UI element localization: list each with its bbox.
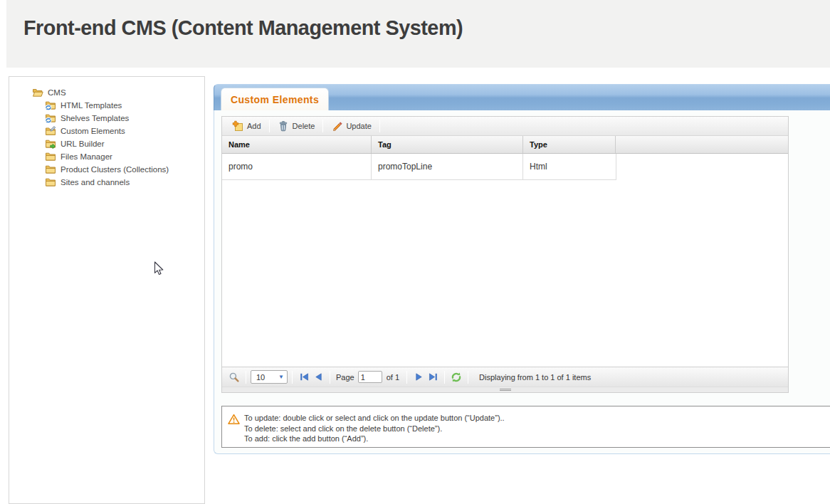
pagination-separator xyxy=(330,371,330,384)
column-header-name[interactable]: Name xyxy=(222,136,372,153)
page-size-select[interactable]: 10 ▼ xyxy=(251,370,288,384)
cell-type: Html xyxy=(523,154,616,179)
warning-icon xyxy=(228,414,240,428)
add-icon xyxy=(232,120,243,132)
pagination-separator xyxy=(444,371,445,384)
help-line-add: To add: click the add button (“Add”). xyxy=(244,434,505,444)
refresh-icon[interactable] xyxy=(450,371,463,384)
pagination-separator xyxy=(292,371,293,384)
pagination-separator xyxy=(246,371,246,384)
folder-open-icon xyxy=(32,87,43,98)
page-size-value: 10 xyxy=(256,373,265,382)
toolbar-separator xyxy=(269,120,270,132)
sidebar-item-label: Files Manager xyxy=(61,152,112,161)
sidebar-item-shelves-templates[interactable]: Shelves Templates xyxy=(22,112,204,125)
update-button-label: Update xyxy=(346,122,371,130)
delete-button[interactable]: Delete xyxy=(271,118,322,134)
cell-name: promo xyxy=(222,154,372,179)
grid-body: promo promoTopLine Html xyxy=(222,154,788,367)
column-header-tag[interactable]: Tag xyxy=(372,136,523,153)
folder-icon xyxy=(45,164,56,175)
chevron-down-icon: ▼ xyxy=(278,374,284,380)
grid-header-row: Name Tag Type xyxy=(222,136,788,154)
column-header-type[interactable]: Type xyxy=(523,136,616,153)
panel-body: Add Delete xyxy=(214,110,830,454)
sidebar-item-label: Product Clusters (Collections) xyxy=(61,165,169,174)
sidebar-item-label: Custom Elements xyxy=(61,127,125,135)
next-page-button[interactable] xyxy=(412,371,425,384)
last-page-button[interactable] xyxy=(426,371,439,384)
prev-page-button[interactable] xyxy=(312,371,325,384)
sidebar-item-label: URL Builder xyxy=(61,140,105,148)
cell-tag: promoTopLine xyxy=(372,154,523,179)
folder-edit-icon xyxy=(45,125,56,137)
column-header-filler xyxy=(616,136,788,153)
pencil-icon xyxy=(331,120,342,132)
search-icon[interactable] xyxy=(228,371,241,384)
toolbar-separator xyxy=(379,120,380,132)
add-button[interactable]: Add xyxy=(226,118,268,134)
pagination-separator xyxy=(406,371,407,384)
app-header: Front-end CMS (Content Management System… xyxy=(6,0,830,68)
tab-bar: Custom Elements xyxy=(214,84,830,110)
sidebar-item-product-clusters[interactable]: Product Clusters (Collections) xyxy=(22,163,204,176)
folder-icon xyxy=(45,151,56,162)
add-button-label: Add xyxy=(247,122,261,130)
help-box: To update: double click or select and cl… xyxy=(221,406,830,448)
status-text: Displaying from 1 to 1 of 1 items xyxy=(479,373,591,382)
sidebar-item-label: HTML Templates xyxy=(61,101,122,110)
help-line-delete: To delete: select and click on the delet… xyxy=(244,424,505,434)
sidebar-item-url-builder[interactable]: URL Builder xyxy=(22,137,204,150)
sidebar-item-cms[interactable]: CMS xyxy=(22,86,204,99)
sidebar-tree-panel: CMS HTML Templates xyxy=(9,76,205,504)
delete-button-label: Delete xyxy=(293,122,315,130)
folder-sync-icon xyxy=(45,112,56,124)
grid-resize-handle[interactable] xyxy=(222,387,788,392)
sidebar-item-custom-elements[interactable]: Custom Elements xyxy=(22,125,204,137)
help-line-update: To update: double click or select and cl… xyxy=(244,413,505,424)
page-number-input[interactable] xyxy=(358,371,382,383)
sidebar-item-label: CMS xyxy=(48,88,66,97)
toolbar-separator xyxy=(322,120,323,132)
folder-icon xyxy=(45,177,56,188)
sidebar-item-sites-and-channels[interactable]: Sites and channels xyxy=(22,176,204,189)
tab-custom-elements[interactable]: Custom Elements xyxy=(221,88,329,111)
folder-go-icon xyxy=(45,138,56,149)
sidebar-item-files-manager[interactable]: Files Manager xyxy=(22,150,204,163)
grid-toolbar: Add Delete xyxy=(222,117,788,136)
page-label: Page xyxy=(336,373,354,382)
trash-icon xyxy=(278,120,289,132)
pagination-separator xyxy=(468,371,468,384)
grip-icon xyxy=(500,389,511,391)
sidebar-item-label: Sites and channels xyxy=(61,178,130,187)
update-button[interactable]: Update xyxy=(325,118,377,134)
first-page-button[interactable] xyxy=(298,371,310,384)
folder-sync-icon xyxy=(45,100,56,111)
help-text: To update: double click or select and cl… xyxy=(244,413,505,444)
sidebar-item-label: Shelves Templates xyxy=(61,114,129,122)
table-row[interactable]: promo promoTopLine Html xyxy=(222,154,616,180)
page-title: Front-end CMS (Content Management System… xyxy=(23,16,463,40)
cms-tree: CMS HTML Templates xyxy=(9,77,204,189)
custom-elements-grid: Add Delete xyxy=(221,116,789,393)
content-panel: Custom Elements Add xyxy=(214,84,830,454)
page-count-label: of 1 xyxy=(387,373,399,382)
sidebar-item-html-templates[interactable]: HTML Templates xyxy=(22,99,204,112)
pagination-bar: 10 ▼ Page of 1 xyxy=(222,367,788,387)
